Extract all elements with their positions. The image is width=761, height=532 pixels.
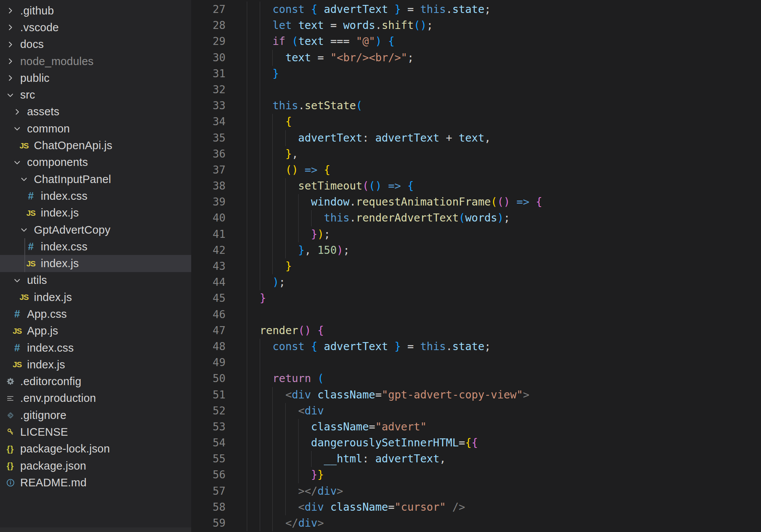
line-number[interactable]: 40 bbox=[191, 210, 225, 226]
code-line-content[interactable]: <div className="gpt-advert-copy-view"> bbox=[247, 387, 529, 403]
item-icon-slot[interactable] bbox=[3, 57, 18, 65]
code-line-content[interactable]: const { advertText } = this.state; bbox=[247, 339, 491, 355]
code-line-content[interactable]: window.requestAnimationFrame(() => { bbox=[247, 194, 542, 210]
code-line-content[interactable]: ></div> bbox=[247, 483, 343, 499]
code-line-content[interactable]: <div className="cursor" /> bbox=[247, 499, 465, 515]
code-line-content[interactable]: }} bbox=[247, 467, 324, 483]
line-number[interactable]: 33 bbox=[191, 98, 225, 114]
line-number[interactable]: 51 bbox=[191, 387, 225, 403]
file-item-.env.production[interactable]: .env.production bbox=[0, 390, 191, 407]
line-number[interactable]: 39 bbox=[191, 194, 225, 210]
line-number[interactable]: 41 bbox=[191, 226, 225, 242]
code-line-content[interactable]: advertText: advertText + text, bbox=[247, 130, 491, 146]
line-number[interactable]: 36 bbox=[191, 146, 225, 162]
code-line-content[interactable]: </div> bbox=[247, 515, 324, 531]
file-item-package-lock.json[interactable]: {}package-lock.json bbox=[0, 441, 191, 457]
folder-item-docs[interactable]: docs bbox=[0, 36, 191, 53]
line-number[interactable]: 32 bbox=[191, 82, 225, 98]
folder-item-ChatInputPanel[interactable]: ChatInputPanel bbox=[0, 171, 191, 188]
item-icon-slot[interactable] bbox=[3, 74, 18, 82]
line-number[interactable]: 55 bbox=[191, 451, 225, 467]
line-number[interactable]: 44 bbox=[191, 274, 225, 290]
line-number[interactable]: 59 bbox=[191, 515, 225, 531]
item-icon-slot[interactable] bbox=[3, 23, 18, 32]
code-line-content[interactable]: { bbox=[247, 114, 292, 130]
line-number[interactable]: 58 bbox=[191, 499, 225, 515]
code-line-content[interactable]: } bbox=[247, 290, 266, 306]
file-item-index.js[interactable]: JSindex.js bbox=[0, 289, 191, 306]
code-line-content[interactable]: const { advertText } = this.state; bbox=[247, 2, 491, 18]
file-item-.editorconfig[interactable]: .editorconfig bbox=[0, 373, 191, 390]
item-icon-slot[interactable] bbox=[3, 6, 18, 15]
code-line-content[interactable]: __html: advertText, bbox=[247, 451, 446, 467]
line-number[interactable]: 43 bbox=[191, 258, 225, 274]
line-number[interactable]: 45 bbox=[191, 290, 225, 306]
folder-item-src[interactable]: src bbox=[0, 86, 191, 103]
folder-item-utils[interactable]: utils bbox=[0, 272, 191, 289]
code-line-content[interactable]: return ( bbox=[247, 371, 324, 387]
item-icon-slot[interactable] bbox=[3, 40, 18, 49]
code-line-content[interactable]: setTimeout(() => { bbox=[247, 178, 414, 194]
line-number[interactable]: 38 bbox=[191, 178, 225, 194]
item-icon-slot[interactable] bbox=[3, 91, 18, 99]
line-number[interactable]: 30 bbox=[191, 50, 225, 66]
line-number[interactable]: 56 bbox=[191, 467, 225, 483]
line-number[interactable]: 29 bbox=[191, 33, 225, 49]
code-line-content[interactable]: <div bbox=[247, 403, 324, 419]
file-item-README.md[interactable]: README.md bbox=[0, 474, 191, 491]
code-line-content[interactable]: if (text === "@") { bbox=[247, 33, 395, 49]
item-icon-slot[interactable] bbox=[17, 175, 31, 183]
folder-item-assets[interactable]: assets bbox=[0, 104, 191, 120]
file-item-index.js[interactable]: JSindex.js bbox=[0, 255, 191, 272]
file-item-App.js[interactable]: JSApp.js bbox=[0, 323, 191, 339]
folder-item-components[interactable]: components bbox=[0, 154, 191, 171]
line-number[interactable]: 27 bbox=[191, 2, 225, 18]
line-number[interactable]: 54 bbox=[191, 435, 225, 451]
code-line-content[interactable]: dangerouslySetInnerHTML={{ bbox=[247, 435, 478, 451]
line-number[interactable]: 28 bbox=[191, 18, 225, 33]
code-line-content[interactable]: }, bbox=[247, 146, 298, 162]
item-icon-slot[interactable] bbox=[10, 108, 24, 116]
file-item-index.js[interactable]: JSindex.js bbox=[0, 356, 191, 373]
code-line-content[interactable]: } bbox=[247, 258, 292, 274]
file-item-LICENSE[interactable]: LICENSE bbox=[0, 424, 191, 440]
code-line-content[interactable]: }); bbox=[247, 226, 330, 242]
file-item-index.css[interactable]: #index.css bbox=[0, 238, 191, 255]
code-line-content[interactable]: render() { bbox=[247, 323, 324, 339]
folder-item-common[interactable]: common bbox=[0, 120, 191, 137]
line-number[interactable]: 50 bbox=[191, 371, 225, 387]
file-item-index.css[interactable]: #index.css bbox=[0, 188, 191, 204]
code-line-content[interactable]: text = "<br/><br/>"; bbox=[247, 50, 414, 66]
file-item-.gitignore[interactable]: .gitignore bbox=[0, 407, 191, 424]
folder-item-public[interactable]: public bbox=[0, 70, 191, 86]
line-number[interactable]: 46 bbox=[191, 307, 225, 323]
folder-item-.github[interactable]: .github bbox=[0, 2, 191, 19]
folder-item-.vscode[interactable]: .vscode bbox=[0, 19, 191, 36]
line-number[interactable]: 31 bbox=[191, 66, 225, 82]
line-number[interactable]: 42 bbox=[191, 242, 225, 258]
code-line-content[interactable]: ); bbox=[247, 274, 285, 290]
line-number[interactable]: 35 bbox=[191, 130, 225, 146]
file-item-App.css[interactable]: #App.css bbox=[0, 306, 191, 322]
line-number[interactable]: 52 bbox=[191, 403, 225, 419]
item-icon-slot[interactable] bbox=[17, 226, 31, 234]
folder-item-node-modules[interactable]: node_modules bbox=[0, 53, 191, 70]
line-number[interactable]: 47 bbox=[191, 323, 225, 339]
file-item-index.css[interactable]: #index.css bbox=[0, 339, 191, 356]
line-number[interactable]: 53 bbox=[191, 419, 225, 435]
line-number[interactable]: 49 bbox=[191, 355, 225, 371]
code-editor[interactable]: 27 const { advertText } = this.state;28 … bbox=[191, 0, 761, 532]
item-icon-slot[interactable] bbox=[10, 158, 24, 167]
code-line-content[interactable]: this.setState( bbox=[247, 98, 362, 114]
code-line-content[interactable]: this.renderAdvertText(words); bbox=[247, 210, 510, 226]
item-icon-slot[interactable] bbox=[10, 124, 24, 133]
folder-item-GptAdvertCopy[interactable]: GptAdvertCopy bbox=[0, 221, 191, 238]
code-line-content[interactable]: () => { bbox=[247, 162, 330, 178]
item-icon-slot[interactable] bbox=[10, 276, 24, 285]
line-number[interactable]: 48 bbox=[191, 339, 225, 355]
file-item-package.json[interactable]: {}package.json bbox=[0, 457, 191, 474]
file-item-index.js[interactable]: JSindex.js bbox=[0, 205, 191, 221]
line-number[interactable]: 57 bbox=[191, 483, 225, 499]
file-item-ChatOpenApi.js[interactable]: JSChatOpenApi.js bbox=[0, 137, 191, 154]
code-line-content[interactable]: className="advert" bbox=[247, 419, 427, 435]
